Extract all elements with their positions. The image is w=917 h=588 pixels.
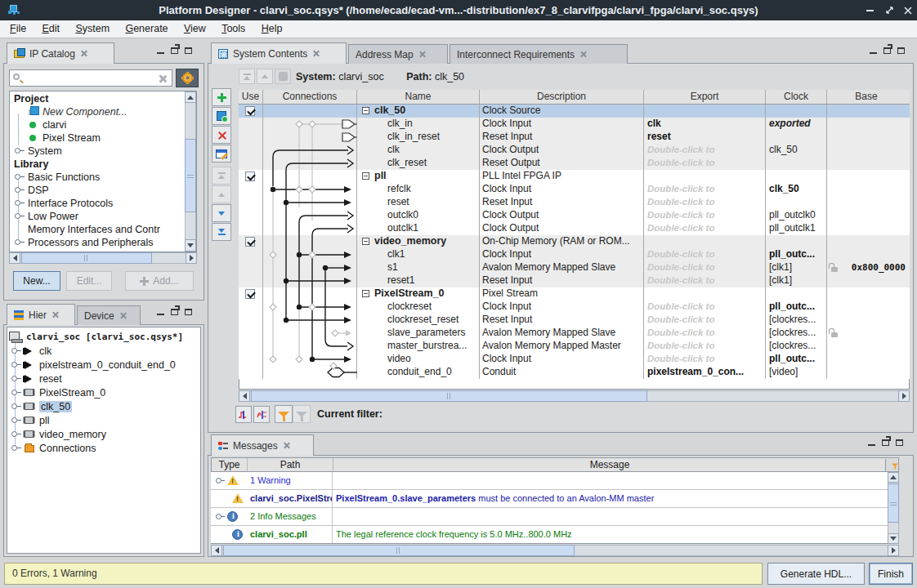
export-cell[interactable]: Double-click to <box>644 222 766 235</box>
scroll-right-button[interactable] <box>186 252 197 264</box>
clock-crossing-button[interactable] <box>235 406 252 423</box>
name-cell[interactable]: clockreset_reset <box>357 314 480 327</box>
export-cell[interactable]: Double-click to <box>644 248 766 261</box>
name-cell[interactable]: conduit_end_0 <box>357 366 480 379</box>
move-up-button[interactable] <box>212 185 231 203</box>
collapse-icon[interactable] <box>362 107 369 114</box>
col-clock[interactable]: Clock <box>766 90 827 105</box>
message-row-warning-group[interactable]: 1 Warning <box>211 472 888 490</box>
use-cell[interactable] <box>239 235 263 248</box>
add-ip-button[interactable] <box>212 107 231 125</box>
ip-tree-dsp[interactable]: DSP <box>28 184 49 197</box>
ip-tree-basic-functions[interactable]: Basic Functions <box>28 171 100 184</box>
name-cell[interactable]: refclk <box>357 183 480 196</box>
clear-search-icon[interactable] <box>159 74 167 82</box>
panel-restore-icon[interactable] <box>185 309 192 315</box>
use-cell[interactable] <box>239 105 263 118</box>
clock-cell[interactable]: clk_50 <box>766 144 827 157</box>
tab-close-icon[interactable] <box>283 442 290 449</box>
tab-system-contents[interactable]: System Contents <box>211 42 347 64</box>
panel-minimize-icon[interactable] <box>157 52 164 54</box>
scroll-right-button[interactable] <box>888 545 899 556</box>
edit-button[interactable]: Edit... <box>66 271 112 291</box>
clock-cell[interactable]: pll_outclk0 <box>766 209 827 222</box>
name-cell[interactable]: reset <box>357 196 480 209</box>
messages-scroll-thumb[interactable] <box>888 483 899 523</box>
export-cell[interactable]: Double-click to <box>644 196 766 209</box>
name-cell[interactable]: clk1 <box>357 248 480 261</box>
clock-cell[interactable]: pll_outc... <box>766 301 827 314</box>
ip-tree-scroll-thumb[interactable] <box>185 139 196 212</box>
clock-cell[interactable]: [video] <box>766 366 827 379</box>
expand-handle-icon[interactable] <box>11 417 17 423</box>
name-cell[interactable]: s1 <box>357 261 480 274</box>
tab-interconnect-requirements[interactable]: Interconnect Requirements <box>450 44 628 64</box>
panel-maximize-icon[interactable] <box>171 47 178 54</box>
name-cell[interactable]: master_burstrea... <box>357 340 480 353</box>
ip-tree-hscroll-thumb[interactable] <box>21 252 152 264</box>
ip-tree-new-component[interactable]: New Component... <box>42 105 127 118</box>
menu-edit[interactable]: Edit <box>36 20 67 38</box>
hier-item-connections[interactable]: Connections <box>39 442 96 455</box>
expand-handle-icon[interactable] <box>11 403 17 409</box>
msg-col-message[interactable]: Message <box>333 458 886 471</box>
export-cell[interactable]: Double-click to <box>644 209 766 222</box>
tab-close-icon[interactable] <box>418 51 426 58</box>
name-cell[interactable]: slave_parameters <box>357 327 480 340</box>
clock-cell[interactable]: [clk1] <box>766 274 827 287</box>
expand-handle-icon[interactable] <box>15 213 20 219</box>
export-cell[interactable]: Double-click to <box>644 144 766 157</box>
scroll-right-button[interactable] <box>898 390 910 402</box>
expand-handle-icon[interactable] <box>11 445 17 451</box>
messages-hscroll-thumb[interactable] <box>223 545 575 556</box>
name-cell[interactable]: reset1 <box>357 274 480 287</box>
expand-handle-icon[interactable] <box>11 431 17 437</box>
window-close-button[interactable] <box>899 0 917 20</box>
move-top-button[interactable] <box>212 167 231 185</box>
base-cell[interactable] <box>827 327 910 340</box>
expand-handle-icon[interactable] <box>11 348 17 354</box>
menu-tools[interactable]: Tools <box>215 20 252 38</box>
window-minimize-button[interactable] <box>861 0 879 20</box>
export-cell[interactable]: clk <box>644 118 766 131</box>
col-export[interactable]: Export <box>644 90 766 105</box>
tab-close-icon[interactable] <box>51 311 59 318</box>
scroll-up-button[interactable] <box>185 91 196 103</box>
hierarchy-top-button[interactable] <box>239 69 255 84</box>
ip-tree-system[interactable]: System <box>28 145 62 158</box>
panel-restore-icon[interactable] <box>896 439 903 446</box>
col-use[interactable]: Use <box>239 90 263 105</box>
add-component-button[interactable] <box>212 88 231 106</box>
checkbox-checked-icon[interactable] <box>245 106 255 116</box>
menu-file[interactable]: File <box>3 20 33 38</box>
export-cell[interactable]: Double-click to <box>644 353 766 366</box>
col-description[interactable]: Description <box>480 90 644 105</box>
msg-col-path[interactable]: Path <box>248 458 333 471</box>
name-cell[interactable]: clk_50 <box>357 105 480 118</box>
expand-handle-icon[interactable] <box>15 200 20 206</box>
expand-handle-icon[interactable] <box>15 187 20 193</box>
lock-icon[interactable] <box>831 267 838 272</box>
hier-item-clk[interactable]: clk <box>39 345 51 358</box>
message-row-info[interactable]: clarvi_soc.pll The legal reference clock… <box>211 526 888 543</box>
name-cell[interactable]: outclk0 <box>357 209 480 222</box>
checkbox-checked-icon[interactable] <box>245 237 255 247</box>
name-cell[interactable]: clockreset <box>357 301 480 314</box>
tab-close-icon[interactable] <box>312 50 320 57</box>
export-cell[interactable]: Double-click to <box>644 301 766 314</box>
expand-handle-icon[interactable] <box>11 362 17 368</box>
ip-settings-button[interactable] <box>176 69 199 87</box>
ip-search-input[interactable] <box>9 69 172 87</box>
export-cell[interactable]: Double-click to <box>644 314 766 327</box>
tab-ip-catalog[interactable]: IP Catalog <box>7 42 114 64</box>
tab-close-icon[interactable] <box>80 50 87 57</box>
menu-system[interactable]: System <box>69 20 116 38</box>
clock-cell[interactable] <box>766 157 827 170</box>
tab-close-icon[interactable] <box>119 312 127 319</box>
ip-tree-interface-protocols[interactable]: Interface Protocols <box>28 197 113 210</box>
base-cell[interactable] <box>827 105 910 118</box>
filter-button[interactable] <box>275 405 293 423</box>
name-cell[interactable]: clk <box>357 144 480 157</box>
name-cell[interactable]: video <box>357 353 480 366</box>
window-maximize-button[interactable] <box>880 0 898 20</box>
